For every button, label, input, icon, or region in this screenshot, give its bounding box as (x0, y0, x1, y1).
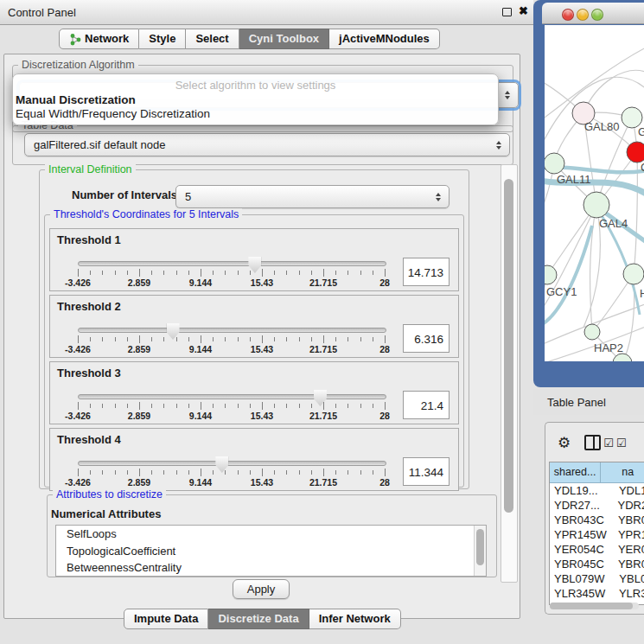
cell-shared-name: YBL079W (550, 571, 614, 586)
thresholds-group-label: Threshold's Coordinates for 5 Intervals (50, 208, 242, 220)
number-of-intervals-value: 5 (185, 190, 191, 203)
column-header[interactable]: shared... (550, 462, 601, 482)
table-row[interactable]: YBR043CYBR0 (550, 513, 644, 527)
H-node[interactable] (623, 264, 644, 284)
threshold-slider-track[interactable] (78, 394, 386, 399)
settings-scrollbar-track[interactable] (501, 164, 518, 583)
cell-shared-name: YBR043C (550, 513, 613, 527)
tab-cyni-toolbox[interactable]: Cyni Toolbox (239, 29, 329, 49)
number-of-intervals-combo[interactable]: 5 (175, 185, 450, 208)
attribute-list-item[interactable]: TopologicalCoefficient (56, 543, 486, 560)
node-label: HAP2 (594, 341, 623, 354)
network-canvas[interactable]: GAL80GACGAL11GAL4GCY1HHAP2 (545, 25, 644, 361)
threshold-slider-track[interactable] (78, 261, 386, 266)
float-window-icon[interactable] (502, 8, 512, 16)
tab-label: Infer Network (319, 612, 391, 626)
tab-jactivemnodules[interactable]: jActiveMNodules (329, 29, 440, 49)
tick-label: 9.144 (175, 411, 226, 421)
threshold-slider-track[interactable] (78, 461, 386, 466)
network-edge[interactable] (583, 205, 600, 328)
tab-style[interactable]: Style (139, 29, 186, 49)
red-node[interactable] (627, 142, 644, 163)
zoom-traffic-light-icon[interactable] (591, 9, 603, 21)
tick-label: 21.715 (297, 344, 349, 354)
tick-label: -3.426 (52, 344, 104, 354)
column-header[interactable]: na (601, 462, 644, 482)
settings-scrollbar-thumb[interactable] (504, 179, 513, 513)
table-toolbar: ⚙ ☑ ☑ (545, 430, 644, 456)
GCY1-node[interactable] (545, 265, 557, 284)
tab-discretize-data[interactable]: Discretize Data (208, 609, 309, 629)
table-hscrollbar-thumb[interactable] (550, 603, 633, 609)
close-icon[interactable]: ✖ (519, 4, 528, 17)
cell-name: YBL0 (614, 571, 644, 586)
table-rows: YDL19...YDL1YDR27...YDR2YBR043CYBR0YPR14… (550, 483, 644, 605)
tick-label: 15.43 (236, 477, 288, 488)
threshold-slider-thumb[interactable] (314, 390, 327, 406)
table-row[interactable]: YER054CYER0 (550, 542, 644, 557)
network-view-window: GAL80GACGAL11GAL4GCY1HHAP2 (533, 0, 644, 387)
checkbox-checked-icon[interactable]: ☑ (616, 437, 627, 450)
table-row[interactable]: YLR345WYLR3 (550, 586, 644, 601)
tab-impute-data[interactable]: Impute Data (124, 609, 208, 629)
network-icon (69, 33, 81, 46)
threshold-slider-track[interactable] (78, 328, 386, 333)
tab-infer-network[interactable]: Infer Network (309, 609, 401, 629)
tick-label: 21.715 (297, 411, 349, 421)
cell-shared-name: YPR145W (550, 527, 613, 542)
attribute-list-item[interactable]: BetweennessCentrality (56, 559, 486, 577)
table-row[interactable]: YDL19...YDL1 (550, 483, 644, 498)
threshold-label: Threshold 2 (57, 300, 121, 313)
threshold-panels: Threshold 1 -3.4262.8599.14415.4321.7152… (49, 228, 459, 494)
checkbox-checked-icon[interactable]: ☑ (603, 437, 614, 450)
threshold-panel: Threshold 3 -3.4262.8599.14415.4321.7152… (49, 361, 459, 424)
tick-label: 9.144 (175, 344, 226, 354)
table-hscrollbar-track[interactable] (550, 603, 639, 609)
apply-button[interactable]: Apply (233, 579, 290, 599)
tick-label: -3.426 (52, 477, 104, 488)
bottom-node[interactable] (613, 354, 632, 361)
cell-name: YPR1 (613, 527, 644, 542)
popup-option[interactable]: Manual Discretization (16, 93, 136, 106)
popup-option[interactable]: Equal Width/Frequency Discretization (16, 107, 210, 120)
close-traffic-light-icon[interactable] (562, 9, 574, 21)
cell-shared-name: YDL19... (550, 483, 614, 498)
tab-label: Cyni Toolbox (249, 32, 319, 46)
top-tab-bar: NetworkStyleSelectCyni ToolboxjActiveMNo… (59, 29, 440, 49)
table-row[interactable]: YDR27...YDR2 (550, 498, 644, 513)
network-edge[interactable] (590, 205, 596, 332)
table-row[interactable]: YBR045CYBR0 (550, 557, 644, 571)
tick-label: -3.426 (52, 411, 104, 421)
list-scrollbar-track[interactable] (474, 526, 486, 576)
network-window-titlebar[interactable] (542, 3, 644, 24)
tab-network[interactable]: Network (59, 29, 139, 49)
numerical-attributes-list[interactable]: SelfLoopsTopologicalCoefficientBetweenne… (55, 525, 487, 577)
attribute-list-item[interactable]: SelfLoops (56, 526, 486, 543)
table-row[interactable]: YBL079WYBL0 (550, 571, 644, 586)
minimize-traffic-light-icon[interactable] (577, 9, 589, 21)
threshold-value-box[interactable]: 21.4 (403, 391, 450, 419)
HAP2-node[interactable] (584, 324, 600, 340)
tab-select[interactable]: Select (186, 29, 239, 49)
threshold-slider-thumb[interactable] (167, 323, 180, 340)
threshold-value-box[interactable]: 14.713 (403, 258, 450, 286)
screen: Control Panel ✖ NetworkStyleSelectCyni T… (0, 0, 644, 644)
node-label: GA (638, 125, 644, 138)
list-scrollbar-thumb[interactable] (476, 529, 484, 565)
table-data-combo[interactable]: galFiltered.sif default node (24, 133, 510, 156)
threshold-value-box[interactable]: 11.344 (403, 457, 450, 486)
split-columns-icon[interactable] (584, 435, 601, 450)
table-data-value: galFiltered.sif default node (34, 138, 165, 151)
table-panel-titlebar: Table Panel (533, 389, 644, 415)
gear-icon[interactable]: ⚙ (558, 434, 571, 452)
table-row[interactable]: YPR145WYPR1 (550, 527, 644, 542)
threshold-label: Threshold 3 (57, 367, 121, 379)
GAL4-node[interactable] (583, 192, 609, 218)
threshold-slider-thumb[interactable] (215, 456, 228, 473)
tab-label: jActiveMNodules (339, 32, 430, 46)
number-of-intervals-label: Number of Intervals (72, 188, 177, 201)
node-label: GAL11 (557, 173, 591, 186)
GAL11-node[interactable] (545, 153, 564, 174)
threshold-value-box[interactable]: 6.316 (403, 324, 450, 353)
control-panel-titlebar: Control Panel ✖ (0, 0, 533, 25)
